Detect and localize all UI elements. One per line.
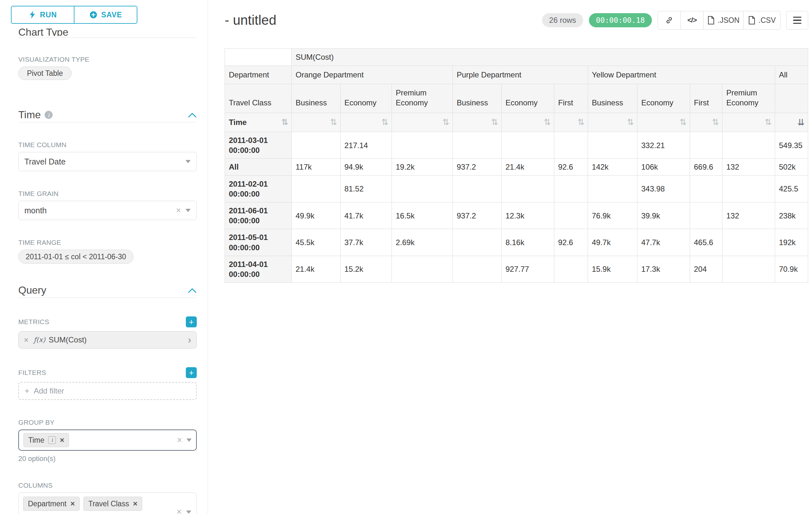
clear-icon[interactable]: × [177,436,182,444]
column-sort-cell[interactable]: ⇅ [453,113,502,132]
visualization-type-label: VISUALIZATION TYPE [18,56,196,63]
clear-icon[interactable]: × [176,508,182,514]
pivot-value-cell: 132 [722,202,775,229]
travel-class-axis-label: Travel Class [225,84,292,113]
department-header: Purple Department [453,66,588,84]
run-button[interactable]: RUN [11,6,75,24]
sort-icon[interactable]: ⇅ [544,117,551,127]
pivot-value-cell [722,132,775,159]
column-sort-cell[interactable]: ⇅ [588,113,637,132]
pivot-value-cell: 2.69k [392,229,453,256]
time-range-label: TIME RANGE [18,239,196,246]
column-sort-cell[interactable]: ⇅ [392,113,453,132]
time-column-select[interactable]: Travel Date [18,152,197,171]
export-json-button[interactable]: .JSON [703,11,744,30]
pivot-total-cell: 70.9k [775,256,808,282]
remove-chip-icon[interactable]: × [60,436,64,444]
columns-chip[interactable]: Travel Class × [83,497,142,511]
department-header: Orange Department [292,66,453,84]
pivot-row-label: All [225,159,292,175]
export-csv-label: .CSV [758,16,776,25]
remove-metric-icon[interactable]: × [24,335,29,345]
time-section-header[interactable]: Time i [18,109,196,121]
sort-icon[interactable]: ⇅ [712,117,719,127]
add-filter-field[interactable]: + Add filter [18,382,197,400]
visualization-type-pill[interactable]: Pivot Table [18,66,71,80]
remove-chip-icon[interactable]: × [133,500,137,508]
hamburger-icon [793,17,802,24]
time-grain-label: TIME GRAIN [18,190,196,197]
pivot-value-cell: 937.2 [453,159,502,175]
pivot-value-cell [453,229,502,256]
save-button-label: SAVE [102,10,122,19]
expand-caret-icon[interactable]: › [188,334,191,346]
column-sort-cell[interactable]: ⇅ [502,113,554,132]
sort-icon[interactable]: ⇅ [442,117,449,127]
pivot-value-cell [392,256,453,282]
remove-chip-icon[interactable]: × [70,500,75,508]
metrics-label: METRICS [18,318,50,326]
class-header: First [690,84,722,113]
pivot-value-cell [690,202,722,229]
column-sort-cell[interactable]: ⇅ [637,113,690,132]
chevron-down-icon[interactable] [186,511,191,514]
sort-icon[interactable]: ⇅ [491,117,498,127]
pivot-value-cell [392,175,453,202]
pivot-total-cell: 502k [775,159,808,175]
pivot-row: All117k94.9k19.2k937.221.4k92.6142k106k6… [225,159,808,175]
view-query-button[interactable]: </> [680,11,703,30]
column-sort-cell[interactable]: ⇅ [690,113,722,132]
chevron-up-icon[interactable] [188,288,196,293]
group-by-chip[interactable]: Time i × [23,433,69,447]
pivot-value-cell: 16.5k [392,202,453,229]
pivot-total-cell: 549.35 [775,132,808,159]
chart-title[interactable]: - untitled [225,12,276,28]
time-range-pill[interactable]: 2011-01-01 ≤ col < 2011-06-30 [18,250,134,264]
pivot-value-cell: 106k [637,159,690,175]
class-header: Premium Economy [392,84,453,113]
sort-icon[interactable]: ⇅ [764,117,772,127]
chart-menu-button[interactable] [786,11,808,30]
chevron-down-icon[interactable] [186,438,192,442]
save-button[interactable]: SAVE [74,6,137,24]
clear-icon[interactable]: × [176,206,181,215]
chip-label: Time [28,436,44,444]
column-sort-cell[interactable]: ⇅ [292,113,341,132]
metric-option[interactable]: × ƒ(x) SUM(Cost) › [18,331,197,349]
sort-icon[interactable]: ⇅ [381,117,388,127]
pivot-row: 2011-04-01 00:00:0021.4k15.2k927.7715.9k… [225,256,808,282]
add-metric-button[interactable]: + [186,317,197,327]
add-filter-button[interactable]: + [186,367,197,378]
share-link-button[interactable] [658,11,681,30]
sort-descending-icon[interactable]: ⇊ [798,117,805,127]
pivot-travel-class-row: Travel Class Business Economy Premium Ec… [225,84,808,113]
columns-chip[interactable]: Department × [23,497,80,511]
pivot-value-cell [722,256,775,282]
pivot-value-cell: 21.4k [292,256,341,282]
class-header: Business [588,84,637,113]
columns-select[interactable]: Department × Travel Class × × [18,492,197,514]
sort-icon[interactable]: ⇅ [330,117,337,127]
sort-icon[interactable]: ⇅ [577,117,584,127]
pivot-row: 2011-06-01 00:00:0049.9k41.7k16.5k937.21… [225,202,808,229]
query-section-header[interactable]: Query [18,284,196,296]
pivot-row: 2011-05-01 00:00:0045.5k37.7k2.69k8.16k9… [225,229,808,256]
column-sort-cell[interactable]: ⇅ [722,113,775,132]
time-grain-select[interactable]: month × [18,201,197,220]
chevron-up-icon[interactable] [188,112,196,117]
chart-type-heading: Chart Type [18,27,68,36]
sort-icon[interactable]: ⇅ [679,117,687,127]
pivot-value-cell: 19.2k [392,159,453,175]
time-axis-label[interactable]: Time ⇅ [225,113,292,132]
time-column-value: Travel Date [24,157,181,166]
column-sort-cell[interactable]: ⇅ [341,113,392,132]
column-sort-cell-active[interactable]: ⇊ [775,113,808,132]
group-by-select[interactable]: Time i × × [18,430,197,451]
pivot-value-cell: 92.6 [554,159,588,175]
sort-icon[interactable]: ⇅ [627,117,634,127]
pivot-value-cell: 8.16k [502,229,554,256]
export-csv-button[interactable]: .CSV [743,11,781,30]
column-sort-cell[interactable]: ⇅ [554,113,588,132]
pivot-value-cell: 47.7k [637,229,690,256]
sort-icon[interactable]: ⇅ [281,117,288,128]
